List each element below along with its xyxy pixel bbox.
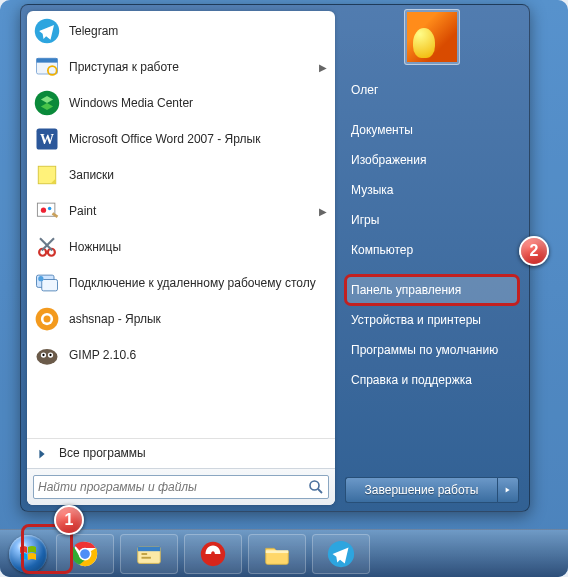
program-label: Подключение к удаленному рабочему столу <box>69 276 329 290</box>
chevron-right-icon <box>33 445 51 463</box>
program-label: Windows Media Center <box>69 96 329 110</box>
all-programs-button[interactable]: Все программы <box>27 438 335 468</box>
all-programs-label: Все программы <box>59 446 329 460</box>
svg-rect-17 <box>42 280 58 291</box>
program-label: ashsnap - Ярлык <box>69 312 329 326</box>
shutdown-split-button[interactable]: Завершение работы <box>345 477 519 503</box>
program-label: Paint <box>69 204 319 218</box>
explorer-icon <box>134 539 164 569</box>
right-panel-link[interactable]: Панель управления <box>345 275 519 305</box>
word-icon: W <box>33 125 61 153</box>
svg-rect-33 <box>138 546 161 551</box>
right-panel-link[interactable]: Программы по умолчанию <box>345 335 519 365</box>
start-menu: TelegramПриступая к работе▶Windows Media… <box>20 4 530 512</box>
program-item[interactable]: Подключение к удаленному рабочему столу <box>27 265 335 301</box>
svg-point-9 <box>41 208 46 213</box>
right-panel-link[interactable]: Игры <box>345 205 519 235</box>
right-panel-separator <box>345 105 519 115</box>
svg-point-26 <box>49 354 51 356</box>
search-input[interactable] <box>38 480 308 494</box>
gimp-icon <box>33 341 61 369</box>
paint-icon <box>33 197 61 225</box>
submenu-arrow-icon: ▶ <box>319 62 327 73</box>
user-avatar-frame[interactable] <box>404 9 460 65</box>
right-panel-link[interactable]: Компьютер <box>345 235 519 265</box>
program-label: Ножницы <box>69 240 329 254</box>
program-item[interactable]: ashsnap - Ярлык <box>27 301 335 337</box>
svg-point-21 <box>44 316 51 323</box>
program-item[interactable]: Ножницы <box>27 229 335 265</box>
svg-point-27 <box>310 481 319 490</box>
garena-icon <box>198 539 228 569</box>
program-item[interactable]: Записки <box>27 157 335 193</box>
taskbar <box>0 529 568 577</box>
right-panel-separator <box>345 265 519 275</box>
taskbar-button[interactable] <box>312 534 370 574</box>
program-item[interactable]: Windows Media Center <box>27 85 335 121</box>
program-item[interactable]: Приступая к работе▶ <box>27 49 335 85</box>
start-orb-inner <box>9 535 47 573</box>
svg-point-10 <box>48 207 52 211</box>
ashsnap-icon <box>33 305 61 333</box>
program-label: Microsoft Office Word 2007 - Ярлык <box>69 132 329 146</box>
right-panel-link[interactable]: Документы <box>345 115 519 145</box>
chrome-icon <box>70 539 100 569</box>
search-icon <box>308 479 324 495</box>
sticky-notes-icon <box>33 161 61 189</box>
program-item[interactable]: Paint▶ <box>27 193 335 229</box>
svg-rect-34 <box>142 553 148 555</box>
program-item[interactable]: WMicrosoft Office Word 2007 - Ярлык <box>27 121 335 157</box>
folder-icon <box>262 539 292 569</box>
svg-rect-2 <box>37 58 58 62</box>
search-box[interactable] <box>33 475 329 499</box>
svg-point-18 <box>38 276 43 281</box>
program-label: Telegram <box>69 24 329 38</box>
annotation-badge-2: 2 <box>519 236 549 266</box>
taskbar-button[interactable] <box>120 534 178 574</box>
windows-logo-icon <box>18 544 38 564</box>
getting-started-icon <box>33 53 61 81</box>
snipping-icon <box>33 233 61 261</box>
wmc-icon <box>33 89 61 117</box>
right-panel-link[interactable]: Олег <box>345 75 519 105</box>
rdp-icon <box>33 269 61 297</box>
program-label: Приступая к работе <box>69 60 319 74</box>
taskbar-button[interactable] <box>56 534 114 574</box>
svg-point-25 <box>42 354 44 356</box>
svg-line-28 <box>318 489 322 493</box>
submenu-arrow-icon: ▶ <box>319 206 327 217</box>
svg-rect-35 <box>142 556 151 558</box>
shutdown-button[interactable]: Завершение работы <box>345 477 497 503</box>
shutdown-options-arrow[interactable] <box>497 477 519 503</box>
right-link-list: ОлегДокументыИзображенияМузыкаИгрыКомпью… <box>345 75 519 471</box>
telegram-icon <box>326 539 356 569</box>
right-panel-link[interactable]: Музыка <box>345 175 519 205</box>
start-menu-right-pane: ОлегДокументыИзображенияМузыкаИгрыКомпью… <box>335 5 529 511</box>
shutdown-label: Завершение работы <box>365 483 479 497</box>
start-button[interactable] <box>6 532 50 576</box>
right-panel-link[interactable]: Справка и поддержка <box>345 365 519 395</box>
telegram-icon <box>33 17 61 45</box>
search-row <box>27 468 335 505</box>
svg-point-22 <box>37 349 58 365</box>
svg-text:W: W <box>40 132 54 147</box>
right-panel-link[interactable]: Устройства и принтеры <box>345 305 519 335</box>
taskbar-button[interactable] <box>184 534 242 574</box>
start-menu-left-pane: TelegramПриступая к работе▶Windows Media… <box>27 11 335 505</box>
program-item[interactable]: Telegram <box>27 13 335 49</box>
program-label: GIMP 2.10.6 <box>69 348 329 362</box>
user-avatar <box>407 12 457 62</box>
taskbar-button[interactable] <box>248 534 306 574</box>
program-item[interactable]: GIMP 2.10.6 <box>27 337 335 373</box>
program-label: Записки <box>69 168 329 182</box>
svg-point-36 <box>201 541 225 565</box>
annotation-badge-1: 1 <box>54 505 84 535</box>
pinned-program-list: TelegramПриступая к работе▶Windows Media… <box>27 11 335 438</box>
right-panel-link[interactable]: Изображения <box>345 145 519 175</box>
